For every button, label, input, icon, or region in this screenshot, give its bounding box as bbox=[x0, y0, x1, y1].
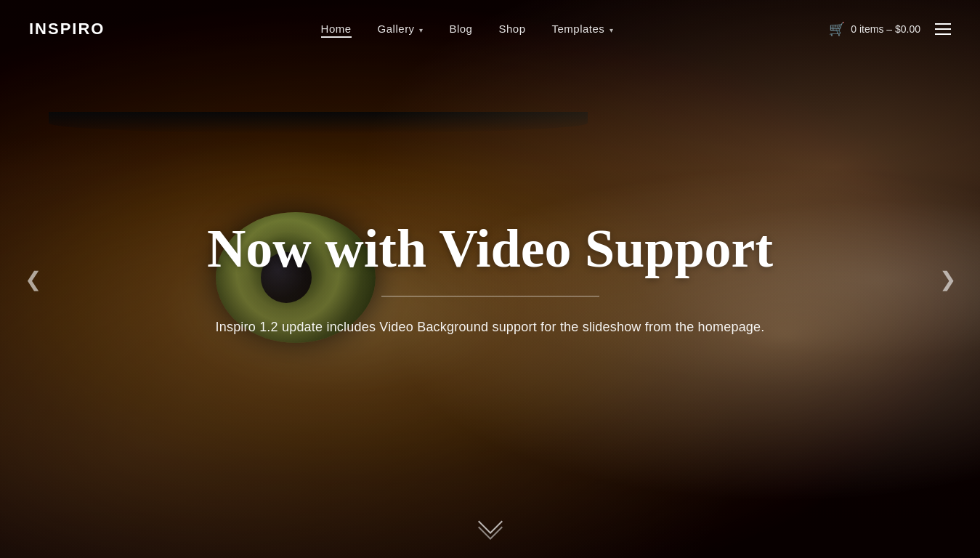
hero-subtitle: Inspiro 1.2 update includes Video Backgr… bbox=[163, 318, 817, 339]
nav-item-templates[interactable]: Templates ▾ bbox=[551, 23, 613, 36]
cart-button[interactable]: 🛒 0 items – $0.00 bbox=[829, 21, 920, 37]
hamburger-menu[interactable] bbox=[935, 23, 951, 35]
cart-icon: 🛒 bbox=[829, 21, 845, 37]
hamburger-line-2 bbox=[935, 28, 951, 30]
nav-item-gallery[interactable]: Gallery ▾ bbox=[378, 23, 424, 36]
scroll-down-button[interactable] bbox=[482, 517, 499, 536]
nav-link-shop[interactable]: Shop bbox=[498, 23, 525, 35]
chevron-down-icon: ▾ bbox=[417, 26, 424, 34]
nav-link-home[interactable]: Home bbox=[321, 23, 352, 38]
cart-label: 0 items – $0.00 bbox=[851, 23, 920, 35]
hamburger-line-1 bbox=[935, 23, 951, 25]
nav-link-blog[interactable]: Blog bbox=[449, 23, 472, 35]
prev-arrow-icon: ❮ bbox=[25, 267, 41, 291]
hero-divider bbox=[381, 296, 599, 297]
nav-item-shop[interactable]: Shop bbox=[498, 23, 525, 36]
nav-link-gallery[interactable]: Gallery ▾ bbox=[378, 23, 424, 35]
site-logo[interactable]: INSPIRO bbox=[29, 20, 105, 39]
hamburger-line-3 bbox=[935, 33, 951, 35]
nav-item-blog[interactable]: Blog bbox=[449, 23, 472, 36]
next-arrow-icon: ❯ bbox=[939, 267, 956, 291]
chevron-down-icon: ▾ bbox=[607, 26, 613, 34]
nav-links: Home Gallery ▾ Blog Shop Templates ▾ bbox=[321, 23, 614, 36]
navbar: INSPIRO Home Gallery ▾ Blog Shop Templat… bbox=[0, 0, 980, 58]
nav-link-templates[interactable]: Templates ▾ bbox=[551, 23, 613, 35]
nav-item-home[interactable]: Home bbox=[321, 23, 352, 36]
nav-right: 🛒 0 items – $0.00 bbox=[829, 21, 951, 37]
slider-prev-button[interactable]: ❮ bbox=[15, 261, 51, 297]
slider-next-button[interactable]: ❯ bbox=[929, 261, 965, 297]
hero-section: INSPIRO Home Gallery ▾ Blog Shop Templat… bbox=[0, 0, 980, 558]
hero-title: Now with Video Support bbox=[163, 219, 817, 278]
hero-content: Now with Video Support Inspiro 1.2 updat… bbox=[163, 219, 817, 338]
